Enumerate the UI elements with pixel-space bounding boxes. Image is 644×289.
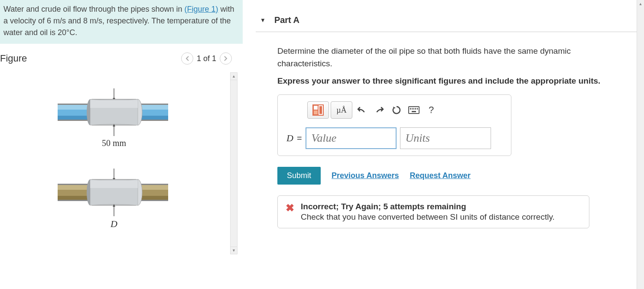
panel-scrollbar[interactable]: ▲ — [637, 0, 644, 289]
svg-rect-21 — [90, 180, 138, 188]
submit-button[interactable]: Submit — [277, 167, 321, 185]
value-input[interactable] — [306, 127, 397, 149]
part-title: Part A — [274, 15, 299, 25]
help-button[interactable]: ? — [423, 101, 439, 119]
problem-statement: Water and crude oil flow through the pip… — [0, 0, 243, 44]
figure-image: 50 mm — [40, 73, 188, 247]
problem-text-1: Water and crude oil flow through the pip… — [3, 5, 185, 13]
scroll-up-icon[interactable]: ▲ — [231, 73, 237, 80]
reset-button[interactable] — [389, 101, 404, 119]
figure-page-label: 1 of 1 — [197, 54, 216, 63]
undo-button[interactable] — [354, 101, 370, 119]
request-answer-link[interactable]: Request Answer — [410, 171, 470, 180]
variable-label: D — [286, 133, 293, 144]
answer-box: µÅ ? D — [277, 94, 511, 156]
feedback-title: Incorrect; Try Again; 5 attempts remaini… — [301, 202, 555, 211]
svg-rect-9 — [90, 100, 138, 108]
figure-link[interactable]: (Figure 1) — [185, 5, 218, 13]
figure-next-button[interactable] — [220, 52, 232, 65]
instruction-text: Express your answer to three significant… — [277, 76, 627, 86]
reset-icon — [392, 105, 401, 115]
undo-icon — [357, 106, 367, 114]
scroll-down-icon[interactable]: ▼ — [231, 247, 237, 254]
part-header[interactable]: ▼ Part A — [256, 0, 644, 32]
incorrect-icon: ✖ — [286, 203, 294, 213]
units-symbol-button[interactable]: µÅ — [331, 101, 352, 119]
caret-down-icon: ▼ — [260, 17, 266, 23]
svg-text:50 mm: 50 mm — [101, 138, 126, 148]
redo-icon — [374, 106, 384, 114]
template-picker-button[interactable] — [307, 101, 329, 119]
figure-scrollbar[interactable]: ▲ ▼ — [230, 72, 237, 254]
chevron-left-icon — [185, 55, 189, 62]
scroll-up-icon[interactable]: ▲ — [637, 0, 644, 7]
feedback-message: Check that you have converted between SI… — [301, 212, 555, 222]
keyboard-button[interactable] — [406, 101, 422, 119]
units-input[interactable] — [400, 127, 491, 149]
svg-text:D: D — [110, 218, 117, 229]
feedback-box: ✖ Incorrect; Try Again; 5 attempts remai… — [277, 195, 589, 228]
question-text: Determine the diameter of the oil pipe s… — [277, 45, 627, 70]
keyboard-icon — [408, 106, 420, 114]
previous-answers-link[interactable]: Previous Answers — [332, 171, 399, 180]
figure-title: Figure — [0, 53, 27, 64]
figure-prev-button[interactable] — [181, 52, 193, 65]
redo-button[interactable] — [371, 101, 387, 119]
equals-label: = — [297, 133, 302, 143]
template-icon — [312, 104, 324, 116]
chevron-right-icon — [224, 55, 228, 62]
